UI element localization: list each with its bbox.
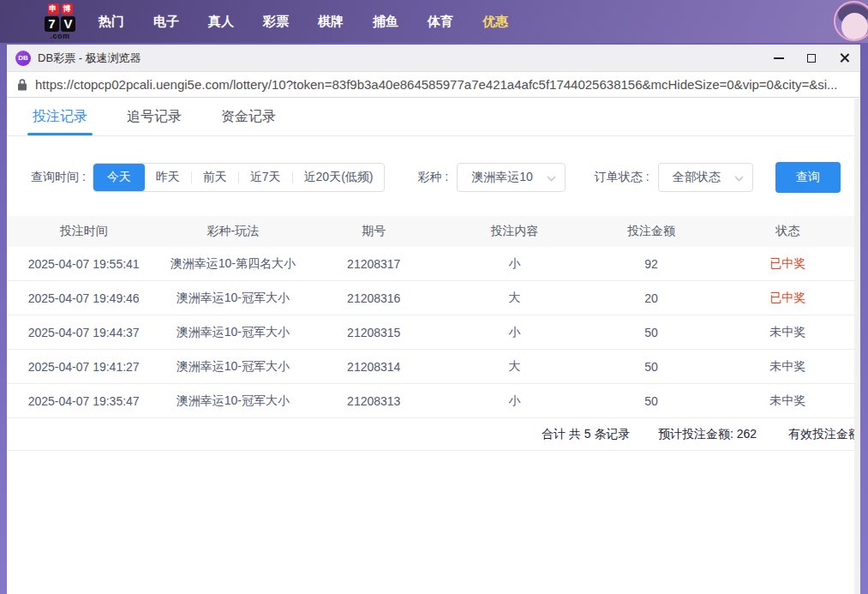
column-header: 彩种-玩法 <box>160 224 305 239</box>
window-controls <box>763 45 860 71</box>
cell-amount: 92 <box>587 257 715 271</box>
time-filter-label: 查询时间 : <box>31 170 86 185</box>
window-title: DB彩票 - 极速浏览器 <box>38 51 141 66</box>
cell-content: 大 <box>442 291 587 306</box>
table-row: 2025-04-07 19:55:41澳洲幸运10-第四名大小21208317小… <box>7 247 860 281</box>
cell-issue: 21208315 <box>306 326 442 339</box>
cell-status: 未中奖 <box>715 359 860 375</box>
time-option[interactable]: 近20天(低频) <box>293 164 385 191</box>
cell-content: 小 <box>442 325 587 340</box>
close-button[interactable] <box>828 45 860 71</box>
cell-content: 小 <box>442 393 587 409</box>
logo-tile: V <box>61 16 75 32</box>
time-option[interactable]: 前天 <box>192 164 238 191</box>
cell-amount: 20 <box>587 291 715 305</box>
lottery-filter-label: 彩种 : <box>417 170 448 185</box>
cell-issue: 21208316 <box>306 291 442 305</box>
page-content: 投注记录 追号记录 资金记录 查询时间 : 今天昨天前天近7天近20天(低频) … <box>7 98 860 451</box>
column-header: 状态 <box>715 224 860 239</box>
logo-badge: 申 <box>48 3 59 15</box>
address-bar[interactable]: https://ctopcp02pcali.uengi5e.com/lotter… <box>7 72 860 98</box>
time-option[interactable]: 近7天 <box>239 164 292 191</box>
minimize-icon <box>774 57 784 59</box>
column-header: 期号 <box>306 224 442 239</box>
time-filter-group: 今天昨天前天近7天近20天(低频) <box>93 163 386 192</box>
cell-time: 2025-04-07 19:49:46 <box>7 291 160 305</box>
cell-game: 澳洲幸运10-冠军大小 <box>160 393 305 409</box>
cell-game: 澳洲幸运10-冠军大小 <box>160 359 305 375</box>
table-body: 2025-04-07 19:55:41澳洲幸运10-第四名大小21208317小… <box>7 247 860 418</box>
cell-time: 2025-04-07 19:55:41 <box>7 257 160 271</box>
cell-status: 已中奖 <box>715 291 860 306</box>
logo-suffix: .com <box>50 33 69 40</box>
cell-status: 未中奖 <box>715 325 860 340</box>
column-header: 投注内容 <box>442 224 587 239</box>
scrollbar[interactable] <box>854 99 860 594</box>
main-nav: 热门电子真人彩票棋牌捕鱼体育优惠 <box>99 14 508 30</box>
chevron-down-icon <box>734 171 744 184</box>
cell-game: 澳洲幸运10-冠军大小 <box>160 291 305 306</box>
lottery-select-value: 澳洲幸运10 <box>471 170 533 185</box>
tab-chase-records[interactable]: 追号记录 <box>127 98 182 135</box>
logo-badge: 博 <box>62 3 73 15</box>
lottery-select[interactable]: 澳洲幸运10 <box>457 163 566 192</box>
record-tabs: 投注记录 追号记录 资金记录 <box>7 98 860 136</box>
search-button[interactable]: 查询 <box>775 162 841 193</box>
cell-status: 未中奖 <box>715 393 860 409</box>
table-row: 2025-04-07 19:44:37澳洲幸运10-冠军大小21208315小5… <box>7 315 860 350</box>
window-titlebar: DB DB彩票 - 极速浏览器 <box>7 45 860 72</box>
logo-badges: 申 博 <box>48 3 73 15</box>
tab-fund-records[interactable]: 资金记录 <box>221 98 276 135</box>
site-topbar: 申 博 7 V .com 热门电子真人彩票棋牌捕鱼体育优惠 <box>0 0 868 43</box>
nav-item[interactable]: 棋牌 <box>318 14 344 30</box>
site-logo[interactable]: 申 博 7 V .com <box>45 3 75 40</box>
lock-icon <box>17 78 27 91</box>
close-icon <box>839 52 850 63</box>
nav-item[interactable]: 热门 <box>99 14 124 30</box>
cell-amount: 50 <box>587 326 715 339</box>
url-text: https://ctopcp02pcali.uengi5e.com/lotter… <box>35 77 838 92</box>
nav-item[interactable]: 捕鱼 <box>373 14 398 30</box>
summary-expected-amount: 预计投注金额: 262 <box>658 427 757 442</box>
nav-item[interactable]: 彩票 <box>263 14 289 30</box>
cell-content: 大 <box>442 359 587 375</box>
cell-time: 2025-04-07 19:35:47 <box>7 394 160 408</box>
browser-window: DB DB彩票 - 极速浏览器 https://ctopcp02pcali.ue… <box>7 45 860 594</box>
cell-time: 2025-04-07 19:41:27 <box>7 360 160 374</box>
nav-item[interactable]: 优惠 <box>482 14 508 30</box>
time-option[interactable]: 今天 <box>93 164 145 191</box>
cell-status: 已中奖 <box>715 256 860 272</box>
summary-total: 合计 共 5 条记录 <box>542 427 630 442</box>
cell-content: 小 <box>442 256 587 272</box>
cell-issue: 21208314 <box>306 360 442 374</box>
cell-time: 2025-04-07 19:44:37 <box>7 326 160 339</box>
records-table: 投注时间彩种-玩法期号投注内容投注金额状态 2025-04-07 19:55:4… <box>7 216 860 451</box>
table-row: 2025-04-07 19:35:47澳洲幸运10-冠军大小21208313小5… <box>7 384 860 418</box>
status-select[interactable]: 全部状态 <box>658 163 753 192</box>
table-header: 投注时间彩种-玩法期号投注内容投注金额状态 <box>7 216 860 247</box>
cell-amount: 50 <box>587 360 715 374</box>
maximize-icon <box>807 54 816 63</box>
site-favicon-icon: DB <box>15 51 31 66</box>
table-summary: 合计 共 5 条记录 预计投注金额: 262 有效投注金额 <box>7 418 860 451</box>
table-row: 2025-04-07 19:41:27澳洲幸运10-冠军大小21208314大5… <box>7 350 860 384</box>
table-row: 2025-04-07 19:49:46澳洲幸运10-冠军大小21208316大2… <box>7 281 860 315</box>
status-select-value: 全部状态 <box>673 170 721 185</box>
cell-issue: 21208317 <box>306 257 442 271</box>
maximize-button[interactable] <box>795 45 828 71</box>
time-option[interactable]: 昨天 <box>145 164 191 191</box>
column-header: 投注金额 <box>587 224 715 239</box>
cell-game: 澳洲幸运10-冠军大小 <box>160 325 305 340</box>
logo-main: 7 V <box>45 16 75 32</box>
cell-game: 澳洲幸运10-第四名大小 <box>160 256 305 272</box>
logo-tile: 7 <box>45 16 59 32</box>
nav-item[interactable]: 体育 <box>428 14 453 30</box>
nav-item[interactable]: 真人 <box>208 14 234 30</box>
cell-amount: 50 <box>587 394 715 408</box>
filter-bar: 查询时间 : 今天昨天前天近7天近20天(低频) 彩种 : 澳洲幸运10 订单状… <box>7 162 860 193</box>
minimize-button[interactable] <box>763 45 795 71</box>
user-avatar[interactable] <box>834 1 868 41</box>
column-header: 投注时间 <box>7 224 160 239</box>
nav-item[interactable]: 电子 <box>153 14 179 30</box>
tab-bet-records[interactable]: 投注记录 <box>33 98 87 135</box>
